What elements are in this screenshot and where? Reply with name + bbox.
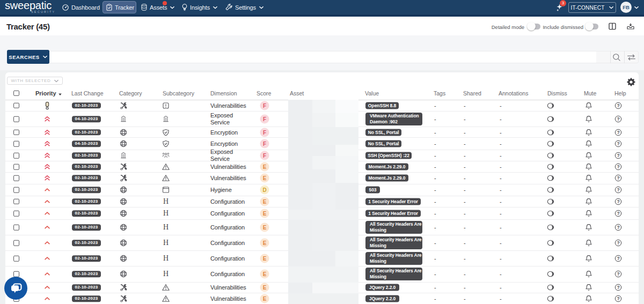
- svg-text:?: ?: [617, 103, 619, 108]
- svg-text:?: ?: [617, 116, 619, 122]
- svg-text:?: ?: [617, 225, 619, 230]
- svg-text:?: ?: [617, 240, 619, 246]
- svg-text:?: ?: [617, 141, 619, 146]
- svg-text:?: ?: [617, 199, 619, 204]
- svg-text:?: ?: [617, 175, 619, 181]
- svg-text:?: ?: [617, 187, 619, 192]
- svg-text:?: ?: [617, 256, 619, 261]
- svg-text:?: ?: [617, 130, 619, 135]
- svg-text:?: ?: [617, 164, 619, 169]
- svg-text:?: ?: [617, 211, 619, 216]
- svg-text:?: ?: [617, 285, 619, 290]
- svg-text:?: ?: [617, 271, 619, 277]
- svg-text:?: ?: [617, 153, 619, 158]
- svg-text:?: ?: [617, 296, 619, 301]
